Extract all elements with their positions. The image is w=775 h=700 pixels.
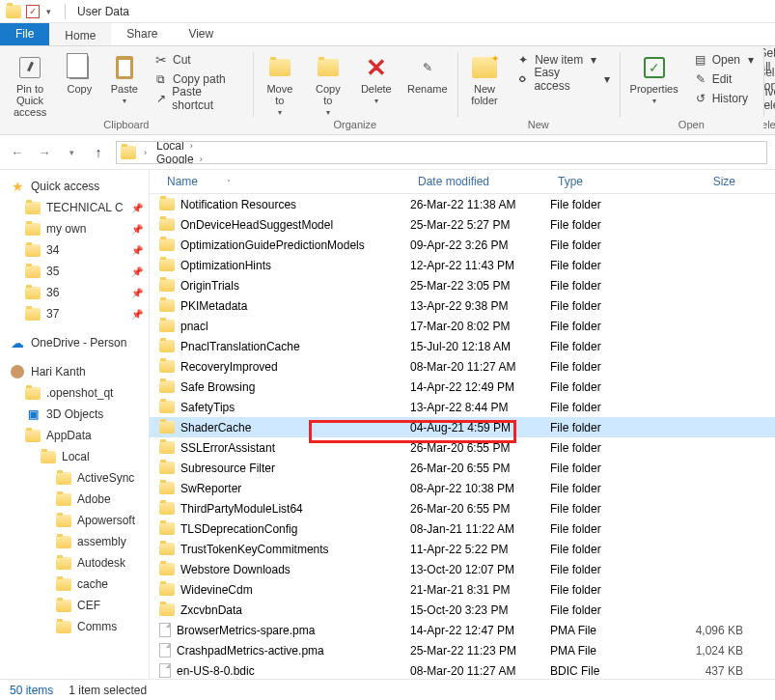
qat-properties-icon[interactable]: ✓ bbox=[25, 4, 41, 19]
sidebar-item[interactable]: ActiveSync bbox=[0, 467, 149, 489]
tab-file[interactable]: File bbox=[0, 23, 49, 45]
edit-button[interactable]: ✎Edit bbox=[689, 70, 758, 89]
invert-selection-button[interactable]: ⊡Invert sele bbox=[763, 89, 775, 108]
file-row[interactable]: Webstore Downloads13-Oct-20 12:07 PMFile… bbox=[150, 559, 775, 579]
new-folder-button[interactable]: New folder bbox=[463, 50, 506, 106]
properties-button[interactable]: ✓ Properties ▾ bbox=[625, 50, 683, 105]
sidebar-item[interactable]: CEF bbox=[0, 595, 149, 616]
tab-view[interactable]: View bbox=[173, 23, 229, 45]
chevron-right-icon[interactable]: › bbox=[140, 148, 151, 157]
pinned-item[interactable]: my own📌 bbox=[0, 218, 149, 239]
file-type: File folder bbox=[550, 360, 666, 374]
user-folder[interactable]: Hari Kanth bbox=[0, 361, 149, 382]
recent-dropdown[interactable]: ▾ bbox=[62, 148, 81, 157]
pinned-item[interactable]: 35📌 bbox=[0, 261, 149, 282]
local-folder[interactable]: Local bbox=[0, 446, 149, 467]
file-type: File folder bbox=[550, 543, 666, 556]
sidebar-item[interactable]: .openshot_qt bbox=[0, 382, 149, 404]
file-row[interactable]: RecoveryImproved08-Mar-20 11:27 AMFile f… bbox=[150, 356, 775, 377]
folder-icon bbox=[56, 470, 71, 486]
delete-button[interactable]: ✕ Delete ▾ bbox=[355, 50, 398, 105]
file-row[interactable]: pnacl17-Mar-20 8:02 PMFile folder bbox=[150, 316, 775, 336]
col-name[interactable]: Name˄ bbox=[159, 170, 410, 193]
file-row[interactable]: ThirdPartyModuleList6426-Mar-20 6:55 PMF… bbox=[150, 498, 775, 518]
file-row[interactable]: TrustTokenKeyCommitments11-Apr-22 5:22 P… bbox=[150, 539, 775, 559]
rename-button[interactable]: ✎ Rename bbox=[403, 50, 452, 95]
copy-to-button[interactable]: Copy to ▾ bbox=[307, 50, 349, 117]
file-row[interactable]: Safe Browsing14-Apr-22 12:49 PMFile fold… bbox=[150, 377, 775, 397]
file-date: 21-Mar-21 8:31 PM bbox=[410, 583, 550, 597]
chevron-right-icon[interactable]: › bbox=[196, 154, 207, 164]
open-button[interactable]: ▤Open▾ bbox=[689, 50, 758, 70]
tab-home[interactable]: Home bbox=[49, 23, 111, 45]
file-name: ShaderCache bbox=[180, 421, 251, 434]
sidebar-item[interactable]: Comms bbox=[0, 616, 149, 637]
file-row[interactable]: SSLErrorAssistant26-Mar-20 6:55 PMFile f… bbox=[150, 437, 775, 458]
chevron-right-icon[interactable]: › bbox=[186, 141, 197, 151]
file-row[interactable]: BrowserMetrics-spare.pma14-Apr-22 12:47 … bbox=[150, 620, 775, 640]
pinned-item[interactable]: 36📌 bbox=[0, 282, 149, 303]
group-organize: Move to ▾ Copy to ▾ ✕ Delete ▾ ✎ Rename … bbox=[253, 46, 457, 134]
copy-button[interactable]: Copy bbox=[60, 50, 98, 95]
sidebar-item[interactable]: assembly bbox=[0, 531, 149, 552]
breadcrumb-segment[interactable]: Local› bbox=[154, 141, 226, 153]
chevron-down-icon: ▾ bbox=[326, 108, 330, 117]
qat-dropdown-icon[interactable]: ▾ bbox=[44, 7, 53, 16]
file-row[interactable]: Notification Resources26-Mar-22 11:38 AM… bbox=[150, 194, 775, 214]
file-row[interactable]: OptimizationHints12-Apr-22 11:43 PMFile … bbox=[150, 255, 775, 275]
pinned-item[interactable]: 37📌 bbox=[0, 303, 149, 324]
paste-shortcut-button[interactable]: ↗Paste shortcut bbox=[150, 89, 247, 108]
file-date: 12-Apr-22 11:43 PM bbox=[410, 259, 550, 272]
file-row[interactable]: PKIMetadata13-Apr-22 9:38 PMFile folder bbox=[150, 295, 775, 316]
onedrive[interactable]: ☁OneDrive - Person bbox=[0, 332, 149, 353]
file-row[interactable]: OriginTrials25-Mar-22 3:05 PMFile folder bbox=[150, 275, 775, 295]
forward-button[interactable]: → bbox=[35, 145, 54, 160]
file-date: 26-Mar-20 6:55 PM bbox=[410, 502, 550, 516]
file-row[interactable]: CrashpadMetrics-active.pma25-Mar-22 11:2… bbox=[150, 640, 775, 660]
sidebar-item[interactable]: Autodesk bbox=[0, 552, 149, 574]
file-name: TrustTokenKeyCommitments bbox=[180, 543, 329, 556]
col-date[interactable]: Date modified bbox=[410, 170, 550, 193]
file-row[interactable]: SafetyTips13-Apr-22 8:44 PMFile folder bbox=[150, 397, 775, 417]
navigation-pane[interactable]: ★Quick access TECHNICAL C📌my own📌34📌35📌3… bbox=[0, 170, 150, 679]
file-list[interactable]: Name˄ Date modified Type Size Notificati… bbox=[150, 170, 775, 679]
file-icon bbox=[159, 623, 171, 637]
up-button[interactable]: ↑ bbox=[89, 145, 108, 160]
edit-icon: ✎ bbox=[693, 71, 708, 87]
tab-share[interactable]: Share bbox=[111, 23, 173, 45]
file-row[interactable]: WidevineCdm21-Mar-21 8:31 PMFile folder bbox=[150, 579, 775, 600]
address-bar[interactable]: › Hari Kanth›AppData›Local›Google›Chrome… bbox=[116, 141, 767, 164]
sidebar-item[interactable]: AppData bbox=[0, 425, 149, 446]
folder-icon bbox=[25, 285, 41, 300]
file-row[interactable]: Subresource Filter26-Mar-20 6:55 PMFile … bbox=[150, 458, 775, 478]
file-row[interactable]: SwReporter08-Apr-22 10:38 PMFile folder bbox=[150, 478, 775, 498]
pinned-item[interactable]: TECHNICAL C📌 bbox=[0, 197, 149, 218]
col-size[interactable]: Size bbox=[666, 170, 743, 193]
sidebar-item[interactable]: cache bbox=[0, 574, 149, 595]
file-row[interactable]: OnDeviceHeadSuggestModel25-Mar-22 5:27 P… bbox=[150, 214, 775, 235]
quick-access[interactable]: ★Quick access bbox=[0, 176, 149, 197]
file-row[interactable]: TLSDeprecationConfig08-Jan-21 11:22 AMFi… bbox=[150, 518, 775, 539]
cut-button[interactable]: ✂Cut bbox=[150, 50, 247, 70]
pin-to-quick-access-button[interactable]: Pin to Quick access bbox=[6, 50, 54, 118]
file-row[interactable]: PnaclTranslationCache15-Jul-20 12:18 AMF… bbox=[150, 336, 775, 356]
paste-button[interactable]: Paste ▾ bbox=[105, 50, 144, 105]
sidebar-item[interactable]: Adobe bbox=[0, 489, 149, 510]
breadcrumb-segment[interactable]: Google› bbox=[154, 153, 226, 164]
main-area: ★Quick access TECHNICAL C📌my own📌34📌35📌3… bbox=[0, 170, 775, 679]
sidebar-item[interactable]: Apowersoft bbox=[0, 510, 149, 531]
file-row[interactable]: ShaderCache04-Aug-21 4:59 PMFile folder bbox=[150, 417, 775, 437]
file-row[interactable]: ZxcvbnData15-Oct-20 3:23 PMFile folder bbox=[150, 600, 775, 620]
easy-access-button[interactable]: ⭘Easy access▾ bbox=[512, 70, 613, 89]
easy-access-icon: ⭘ bbox=[515, 71, 530, 87]
back-button[interactable]: ← bbox=[8, 145, 27, 160]
file-name: OptimizationGuidePredictionModels bbox=[180, 238, 365, 252]
file-row[interactable]: OptimizationGuidePredictionModels09-Apr-… bbox=[150, 235, 775, 255]
move-to-button[interactable]: Move to ▾ bbox=[259, 50, 301, 117]
pinned-item[interactable]: 34📌 bbox=[0, 239, 149, 261]
col-type[interactable]: Type bbox=[550, 170, 666, 193]
history-button[interactable]: ↺History bbox=[689, 89, 758, 108]
sidebar-item[interactable]: ▣3D Objects bbox=[0, 404, 149, 425]
folder-icon bbox=[25, 221, 41, 237]
file-row[interactable]: en-US-8-0.bdic08-Mar-20 11:27 AMBDIC Fil… bbox=[150, 660, 775, 679]
